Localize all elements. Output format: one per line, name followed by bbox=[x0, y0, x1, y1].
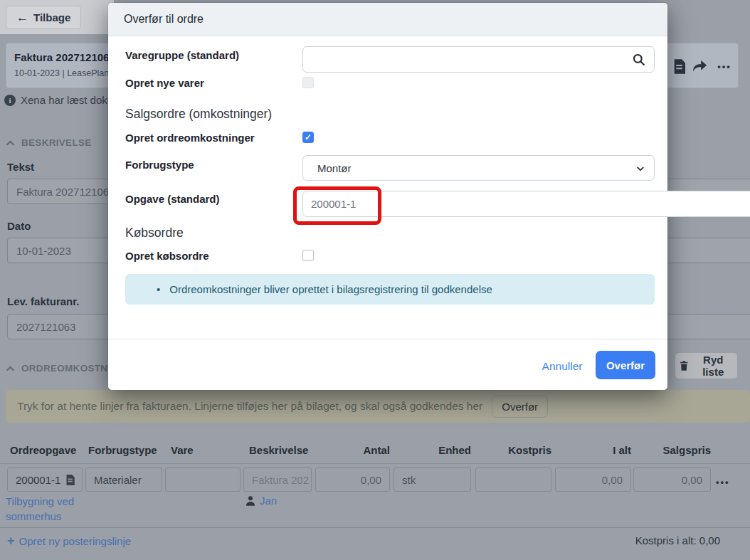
row-actions-ellipsis-icon[interactable] bbox=[716, 475, 730, 487]
forbrugstype-label: Forbrugstype bbox=[125, 159, 194, 171]
salgsordre-section-title: Salgsordre (omkostninger) bbox=[125, 107, 272, 122]
antal-value: 0,00 bbox=[361, 474, 381, 486]
hint-transfer-button[interactable]: Overfør bbox=[492, 396, 548, 418]
col-header-i-alt: I alt bbox=[555, 444, 631, 456]
opgave-input[interactable]: 200001-1 bbox=[302, 191, 750, 217]
col-header-antal: Antal bbox=[315, 444, 390, 456]
info-alert-text: Ordreomkostninger bliver oprettet i bila… bbox=[169, 283, 492, 295]
opret-nye-varer-checkbox[interactable] bbox=[302, 77, 314, 88]
arrow-left-icon bbox=[16, 11, 28, 25]
col-header-ordreopgave: Ordreopgave bbox=[10, 444, 76, 456]
bullet-icon bbox=[157, 283, 160, 295]
col-header-vare: Vare bbox=[171, 444, 194, 456]
opret-ordreomkostninger-label: Opret ordreomkostninger bbox=[125, 132, 255, 144]
cell-vare[interactable] bbox=[165, 467, 241, 492]
col-header-kostpris: Kostpris bbox=[475, 444, 551, 456]
cell-antal[interactable]: 0,00 bbox=[315, 467, 390, 492]
total-cost: Kostpris i alt: 0,00 bbox=[635, 534, 720, 546]
table-header-divider bbox=[0, 463, 750, 464]
info-note-text: Xena har læst doku bbox=[21, 94, 113, 106]
opret-nye-varer-label: Opret nye varer bbox=[125, 77, 204, 89]
forbrugstype-selected-value: Montør bbox=[317, 162, 352, 174]
transfer-to-order-dialog: Overfør til ordre Varegruppe (standard) … bbox=[108, 3, 667, 390]
cell-kostpris[interactable] bbox=[475, 467, 551, 492]
cell-ordreopgave[interactable]: 200001-1 bbox=[7, 467, 83, 492]
opgave-value: 200001-1 bbox=[311, 198, 356, 210]
opret-ordreomkostninger-checkbox[interactable] bbox=[302, 132, 314, 143]
hint-text: Tryk for at hente linjer fra fakturaen. … bbox=[17, 400, 482, 413]
varegruppe-search-input[interactable] bbox=[302, 46, 655, 73]
trash-icon bbox=[680, 360, 688, 371]
cell-i-alt[interactable]: 0,00 bbox=[555, 467, 631, 492]
cell-beskrivelse[interactable]: Faktura 202 bbox=[243, 467, 312, 492]
enhed-value: stk bbox=[402, 474, 416, 486]
back-button[interactable]: Tilbage bbox=[6, 6, 81, 29]
col-header-forbrugstype: Forbrugstype bbox=[88, 444, 157, 456]
lev-fakturanr-value: 2027121063 bbox=[16, 321, 75, 333]
varegruppe-search bbox=[302, 46, 655, 73]
dialog-header: Overfør til ordre bbox=[108, 3, 667, 36]
varegruppe-label: Varegruppe (standard) bbox=[125, 49, 239, 61]
ellipsis-icon[interactable] bbox=[714, 58, 734, 74]
add-line-link[interactable]: Opret ny posteringslinje bbox=[7, 534, 131, 549]
col-header-beskrivelse: Beskrivelse bbox=[249, 444, 308, 456]
info-note: Xena har læst doku bbox=[4, 94, 113, 106]
salgspris-value: 0,00 bbox=[682, 474, 702, 486]
footer-divider bbox=[0, 527, 750, 528]
dato-label: Dato bbox=[7, 220, 31, 232]
opret-kobsordre-label: Opret købsordre bbox=[125, 250, 209, 262]
transfer-submit-button[interactable]: Overfør bbox=[596, 351, 655, 379]
search-icon[interactable] bbox=[632, 53, 645, 66]
clear-list-label: Ryd liste bbox=[693, 354, 733, 378]
forbrugstype-select[interactable]: Montør bbox=[302, 155, 655, 181]
opgave-label: Opgave (standard) bbox=[125, 193, 220, 205]
assignee-name: Jan bbox=[260, 495, 277, 507]
section-beskrivelse[interactable]: BESKRIVELSE bbox=[6, 137, 92, 148]
document-icon bbox=[65, 475, 75, 485]
ordreopgave-value: 200001-1 bbox=[16, 474, 60, 486]
forbrugstype-value: Materialer bbox=[94, 474, 142, 486]
person-icon bbox=[245, 495, 256, 507]
info-alert: Ordreomkostninger bliver oprettet i bila… bbox=[125, 274, 655, 305]
invoice-subtitle: 10-01-2023 | LeasePlan bbox=[14, 68, 109, 78]
cell-enhed[interactable]: stk bbox=[394, 467, 471, 492]
cell-salgspris[interactable]: 0,00 bbox=[633, 467, 711, 492]
dato-value: 10-01-2023 bbox=[16, 245, 71, 257]
col-header-salgspris: Salgspris bbox=[633, 444, 711, 456]
share-icon[interactable] bbox=[692, 58, 707, 74]
tekst-value: Faktura 2027121063 bbox=[16, 186, 115, 198]
chevron-down-icon bbox=[635, 164, 645, 174]
order-link[interactable]: Tilbygning ved sommerhus bbox=[6, 494, 90, 524]
lev-fakturanr-label: Lev. fakturanr. bbox=[7, 295, 79, 307]
chevron-up-icon bbox=[6, 365, 15, 371]
tekst-label: Tekst bbox=[7, 161, 34, 173]
kobsordre-section-title: Købsordre bbox=[125, 226, 184, 241]
add-line-label: Opret ny posteringslinje bbox=[19, 535, 132, 547]
opret-kobsordre-checkbox[interactable] bbox=[302, 250, 314, 261]
hint-banner: Tryk for at hente linjer fra fakturaen. … bbox=[6, 390, 750, 423]
info-icon bbox=[4, 95, 16, 106]
section-beskrivelse-label: BESKRIVELSE bbox=[21, 137, 92, 148]
cancel-button[interactable]: Annuller bbox=[541, 360, 583, 373]
back-button-label: Tilbage bbox=[33, 11, 70, 23]
assignee-link[interactable]: Jan bbox=[245, 495, 277, 507]
plus-icon bbox=[7, 534, 15, 549]
dialog-title: Overfør til ordre bbox=[124, 13, 204, 26]
dialog-footer-divider bbox=[108, 339, 667, 339]
document-icon[interactable] bbox=[671, 58, 687, 74]
beskrivelse-value: Faktura 202 bbox=[252, 474, 309, 486]
clear-list-button[interactable]: Ryd liste bbox=[675, 352, 738, 379]
cell-forbrugstype[interactable]: Materialer bbox=[85, 467, 162, 492]
app-root: Tilbage Faktura 2027121063 10-01-2023 | … bbox=[0, 0, 750, 560]
chevron-up-icon bbox=[6, 139, 15, 146]
col-header-enhed: Enhed bbox=[394, 444, 471, 456]
i-alt-value: 0,00 bbox=[602, 474, 623, 486]
invoice-title: Faktura 2027121063 bbox=[14, 51, 115, 63]
